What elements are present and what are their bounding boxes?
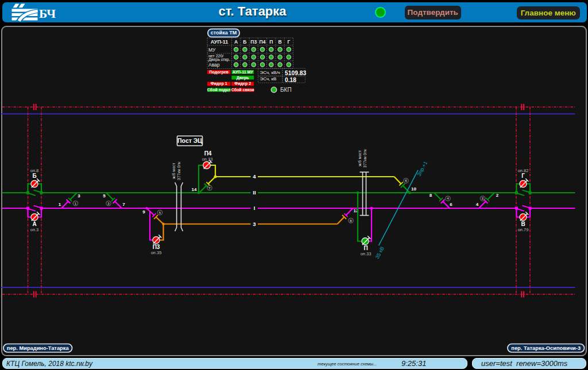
svg-text:стойка ТМ: стойка ТМ	[211, 30, 237, 36]
svg-text:Сбой подкл: Сбой подкл	[207, 88, 231, 92]
svg-text:БКП: БКП	[280, 87, 292, 93]
svg-text:П: П	[269, 39, 273, 45]
svg-text:377км 0пк: 377км 0пк	[363, 149, 367, 168]
svg-text:П4: П4	[204, 150, 212, 157]
svg-text:А: А	[32, 221, 36, 227]
svg-text:ж/б мост: ж/б мост	[172, 162, 176, 179]
svg-text:1: 1	[75, 202, 77, 205]
svg-text:Б: Б	[32, 173, 36, 179]
svg-text:3: 3	[78, 193, 80, 198]
svg-text:8: 8	[350, 219, 352, 223]
svg-text:10: 10	[411, 186, 416, 192]
svg-text:оп.33: оп.33	[361, 251, 372, 256]
svg-text:5109.83: 5109.83	[285, 70, 306, 76]
svg-text:Пост ЭЦ: Пост ЭЦ	[177, 137, 202, 144]
svg-text:П: П	[363, 245, 368, 251]
svg-text:оп.33: оп.33	[202, 157, 213, 162]
svg-text:3: 3	[253, 221, 256, 227]
svg-text:оп.82: оп.82	[518, 168, 529, 173]
svg-text:пер. Татарка-Осиповичи-3: пер. Татарка-Осиповичи-3	[511, 345, 581, 351]
svg-text:оп.8: оп.8	[30, 168, 39, 173]
svg-text:П3: П3	[153, 244, 160, 250]
svg-text:оп.3: оп.3	[30, 227, 39, 232]
svg-text:6: 6	[405, 179, 407, 182]
svg-text:0.18: 0.18	[285, 77, 296, 83]
svg-text:4: 4	[447, 197, 449, 200]
svg-text:Г: Г	[287, 39, 290, 45]
svg-text:В: В	[278, 39, 282, 45]
svg-text:П3: П3	[250, 39, 257, 45]
svg-text:оп.35: оп.35	[151, 250, 162, 255]
svg-text:оп.79: оп.79	[518, 227, 529, 232]
svg-text:Дверь: Дверь	[237, 76, 249, 80]
svg-text:Подогрев: Подогрев	[210, 70, 229, 75]
svg-text:Зпр.+1: Зпр.+1	[416, 160, 428, 177]
svg-text:Г: Г	[521, 173, 525, 179]
svg-text:Фидер 1: Фидер 1	[211, 81, 227, 86]
svg-text:35 кВ: 35 кВ	[374, 246, 385, 260]
svg-text:5: 5	[103, 193, 106, 198]
svg-text:П4: П4	[260, 39, 266, 45]
svg-text:5: 5	[159, 211, 161, 215]
svg-text:ж/б мост: ж/б мост	[358, 150, 362, 166]
svg-text:1: 1	[59, 202, 61, 207]
svg-text:6: 6	[450, 202, 452, 207]
svg-text:7: 7	[208, 186, 211, 190]
svg-text:14: 14	[192, 187, 197, 192]
svg-text:8: 8	[430, 193, 432, 198]
svg-text:Сбой связи: Сбой связи	[231, 88, 254, 92]
svg-text:АУП-11: АУП-11	[211, 39, 229, 45]
svg-text:В: В	[521, 221, 525, 227]
svg-text:377км 0пк: 377км 0пк	[177, 161, 181, 180]
svg-text:пер. Мирадино-Татарка: пер. Мирадино-Татарка	[7, 345, 69, 351]
svg-text:Б: Б	[243, 39, 246, 45]
svg-text:Фидер 2: Фидер 2	[234, 81, 251, 86]
svg-text:4: 4	[476, 202, 479, 207]
svg-text:9: 9	[142, 209, 145, 215]
svg-text:ЭСч, кВ: ЭСч, кВ	[260, 76, 277, 81]
svg-text:2: 2	[496, 193, 499, 198]
svg-text:А: А	[234, 39, 238, 45]
svg-text:II: II	[253, 189, 256, 196]
svg-text:Авар: Авар	[208, 62, 220, 68]
svg-text:7: 7	[122, 202, 125, 207]
svg-text:I: I	[254, 205, 256, 211]
svg-text:3: 3	[107, 202, 110, 205]
svg-text:4: 4	[253, 173, 256, 180]
svg-text:МУ: МУ	[208, 47, 216, 53]
svg-text:АУП-11 МУ: АУП-11 МУ	[233, 70, 254, 74]
svg-text:ЭСч, кВ/ч: ЭСч, кВ/ч	[260, 70, 280, 75]
